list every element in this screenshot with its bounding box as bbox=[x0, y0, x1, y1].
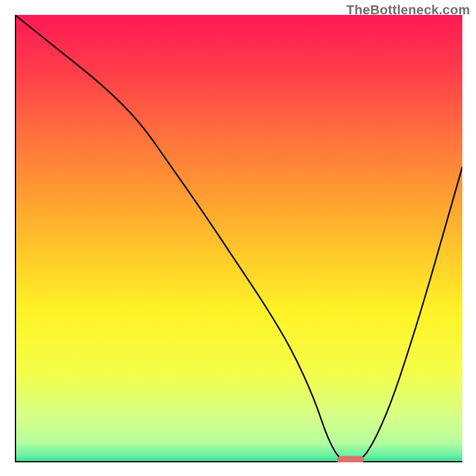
chart-background bbox=[15, 15, 462, 462]
optimal-marker bbox=[337, 456, 364, 462]
chart-container: TheBottleneck.com bbox=[0, 0, 476, 476]
plot-area bbox=[15, 15, 462, 462]
chart-svg bbox=[15, 15, 462, 462]
